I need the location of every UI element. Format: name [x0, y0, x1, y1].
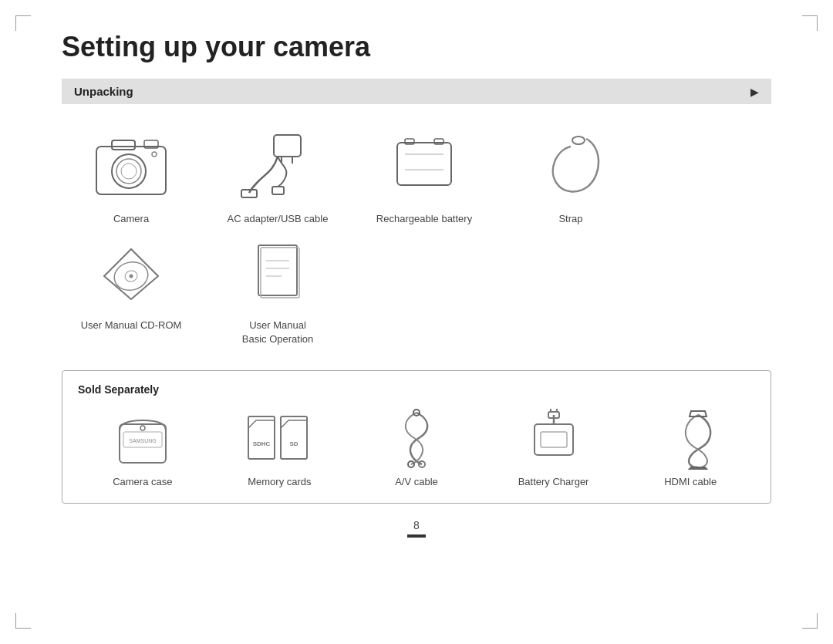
svg-rect-11	[272, 187, 284, 194]
item-cd-rom: User Manual CD-ROM	[62, 234, 201, 346]
user-manual-label: User ManualBasic Operation	[242, 319, 314, 346]
sold-item-av-cable: A/V cable	[359, 408, 474, 487]
camera-icon	[85, 127, 177, 204]
svg-point-30	[140, 426, 145, 430]
av-cable-icon	[374, 408, 459, 470]
sold-items-grid: SAMSUNG Camera case SDHC	[78, 408, 755, 487]
strap-label: Strap	[558, 212, 582, 226]
svg-rect-23	[261, 248, 299, 298]
unpacking-items-grid: Camera	[62, 127, 771, 347]
svg-text:SDHC: SDHC	[253, 440, 271, 447]
svg-rect-22	[258, 245, 297, 295]
svg-rect-4	[112, 140, 135, 150]
corner-mark-tr	[802, 15, 818, 31]
hdmi-cable-label: HDMI cable	[664, 476, 717, 487]
battery-charger-label: Battery Charger	[518, 476, 589, 487]
cd-rom-label: User Manual CD-ROM	[81, 319, 182, 332]
ac-adapter-label: AC adapter/USB cable	[228, 212, 329, 226]
item-strap: Strap	[501, 127, 640, 226]
sold-item-battery-charger: Battery Charger	[496, 408, 612, 487]
battery-charger-icon	[511, 408, 596, 470]
svg-rect-10	[241, 190, 257, 197]
page-number: 8	[62, 519, 771, 538]
av-cable-label: A/V cable	[395, 476, 438, 487]
svg-text:SAMSUNG: SAMSUNG	[129, 438, 156, 443]
svg-point-21	[130, 275, 133, 278]
item-rechargeable-battery: Rechargeable battery	[355, 127, 494, 226]
svg-text:SD: SD	[290, 440, 298, 447]
unpacking-arrow: ▶	[750, 86, 759, 98]
svg-rect-12	[397, 143, 451, 185]
strap-icon	[524, 127, 617, 204]
svg-rect-39	[541, 432, 567, 447]
item-camera: Camera	[62, 127, 201, 226]
page-container: Setting up your camera Unpacking ▶	[46, 0, 787, 568]
memory-cards-icon: SDHC SD	[237, 408, 322, 470]
corner-mark-bl	[15, 613, 31, 629]
sold-separately-title: Sold Separately	[78, 383, 755, 396]
unpacking-title: Unpacking	[74, 85, 133, 98]
page-number-bar	[407, 534, 426, 538]
camera-case-icon: SAMSUNG	[100, 408, 185, 470]
svg-rect-31	[248, 416, 275, 459]
svg-rect-7	[274, 135, 301, 157]
hdmi-cable-icon	[648, 408, 733, 470]
item-ac-adapter: AC adapter/USB cable	[208, 127, 347, 226]
sold-item-memory-cards: SDHC SD Memory cards	[221, 408, 337, 487]
svg-rect-33	[281, 416, 307, 459]
item-user-manual: User ManualBasic Operation	[208, 234, 347, 346]
corner-mark-tl	[15, 15, 31, 31]
svg-point-3	[121, 164, 137, 179]
svg-point-2	[116, 159, 141, 184]
sold-separately-section: Sold Separately SAMSUNG	[62, 370, 771, 504]
rechargeable-battery-icon	[378, 127, 470, 204]
ac-adapter-icon	[231, 127, 324, 204]
rechargeable-battery-label: Rechargeable battery	[376, 212, 472, 226]
unpacking-header: Unpacking ▶	[62, 79, 771, 104]
svg-point-6	[152, 152, 157, 157]
camera-label: Camera	[113, 212, 149, 226]
page-title: Setting up your camera	[62, 31, 771, 63]
camera-case-label: Camera case	[113, 476, 172, 487]
corner-mark-br	[802, 613, 818, 629]
svg-point-17	[572, 137, 585, 144]
cd-rom-icon	[85, 234, 177, 311]
user-manual-icon	[231, 234, 324, 311]
memory-cards-label: Memory cards	[248, 476, 311, 487]
sold-item-hdmi-cable: HDMI cable	[632, 408, 748, 487]
sold-item-camera-case: SAMSUNG Camera case	[85, 408, 201, 487]
